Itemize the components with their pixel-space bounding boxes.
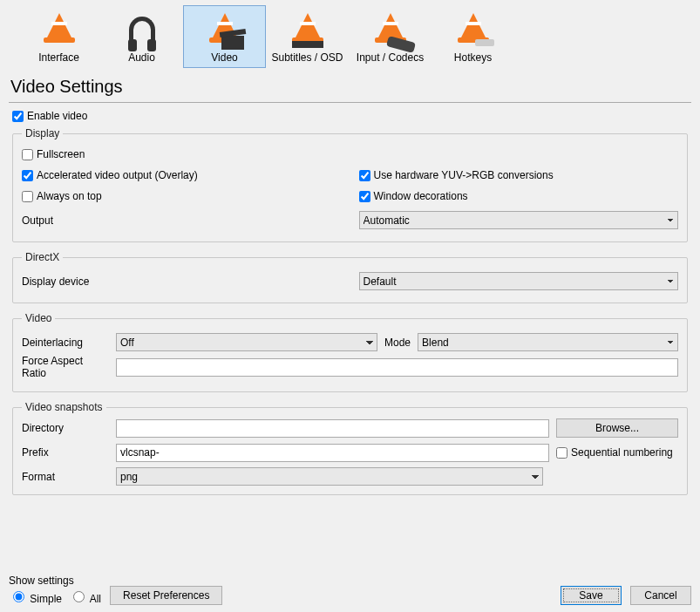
display-device-label: Display device <box>22 275 89 288</box>
all-label: All <box>90 593 101 605</box>
always-on-top-checkbox[interactable] <box>22 191 33 202</box>
enable-video-checkbox[interactable] <box>12 111 24 122</box>
force-aspect-ratio-input[interactable] <box>116 358 678 377</box>
toolbar-item-input-codecs[interactable]: Input / Codecs <box>349 5 432 68</box>
force-aspect-ratio-label: Force Aspect Ratio <box>22 355 109 379</box>
output-select[interactable]: Automatic <box>359 211 679 229</box>
show-settings-label: Show settings <box>9 575 101 587</box>
directory-input[interactable] <box>116 419 549 438</box>
simple-label: Simple <box>30 593 62 605</box>
browse-button[interactable]: Browse... <box>556 418 678 438</box>
cancel-button[interactable]: Cancel <box>630 586 691 605</box>
fullscreen-checkbox[interactable] <box>22 149 33 160</box>
window-decorations-label: Window decorations <box>374 190 468 202</box>
hw-yuv-label: Use hardware YUV->RGB conversions <box>374 169 554 181</box>
toolbar-item-subtitles[interactable]: Subtitles / OSD <box>266 5 349 68</box>
directx-legend: DirectX <box>22 251 63 263</box>
toolbar-item-video[interactable]: Video <box>183 5 266 68</box>
directory-label: Directory <box>22 422 109 434</box>
snapshots-group: Video snapshots Directory Browse... Pref… <box>12 401 688 495</box>
directx-group: DirectX Display device Default <box>12 251 688 303</box>
prefix-label: Prefix <box>22 446 109 459</box>
accelerated-label: Accelerated video output (Overlay) <box>37 169 198 181</box>
deinterlacing-label: Deinterlacing <box>22 337 109 349</box>
window-decorations-checkbox[interactable] <box>359 191 370 202</box>
enable-video-row: Enable video <box>12 110 688 122</box>
video-icon <box>204 11 246 48</box>
prefix-input[interactable] <box>116 444 549 462</box>
toolbar-label: Subtitles / OSD <box>270 51 344 64</box>
enable-video-label: Enable video <box>27 110 87 122</box>
deinterlacing-select[interactable]: Off <box>116 333 377 351</box>
toolbar-item-hotkeys[interactable]: Hotkeys <box>432 5 514 68</box>
display-legend: Display <box>22 127 63 139</box>
display-device-select[interactable]: Default <box>359 272 679 290</box>
toolbar-label: Input / Codecs <box>353 51 427 64</box>
all-radio[interactable] <box>73 591 85 602</box>
snapshots-legend: Video snapshots <box>22 401 106 413</box>
toolbar-label: Interface <box>22 51 96 64</box>
interface-icon <box>38 11 80 48</box>
sequential-numbering-label: Sequential numbering <box>571 446 673 459</box>
reset-preferences-button[interactable]: Reset Preferences <box>110 586 222 605</box>
simple-radio[interactable] <box>13 591 24 602</box>
toolbar-label: Video <box>187 51 262 64</box>
footer: Show settings Simple All Reset Preferenc… <box>9 575 691 605</box>
hw-yuv-checkbox[interactable] <box>359 170 370 181</box>
video-group: Video Deinterlacing Off Mode Blend Force… <box>12 312 688 392</box>
title-divider <box>9 102 691 103</box>
page-title: Video Settings <box>10 77 690 97</box>
subtitles-icon <box>287 11 329 48</box>
output-label: Output <box>22 214 53 227</box>
category-toolbar: Interface Audio Video Subtitles / OSD In… <box>0 0 700 68</box>
input-codecs-icon <box>370 11 411 48</box>
format-label: Format <box>22 471 109 483</box>
always-on-top-label: Always on top <box>37 190 102 202</box>
toolbar-item-audio[interactable]: Audio <box>100 5 183 68</box>
accelerated-checkbox[interactable] <box>22 170 33 181</box>
audio-icon <box>121 11 163 48</box>
toolbar-label: Audio <box>105 51 179 64</box>
sequential-numbering-checkbox[interactable] <box>556 447 567 459</box>
hotkeys-icon <box>452 11 494 48</box>
toolbar-label: Hotkeys <box>436 51 510 64</box>
mode-select[interactable]: Blend <box>418 333 678 351</box>
mode-label: Mode <box>384 337 411 349</box>
format-select[interactable]: png <box>116 467 543 486</box>
fullscreen-label: Fullscreen <box>37 148 85 160</box>
video-legend: Video <box>22 312 55 324</box>
toolbar-item-interface[interactable]: Interface <box>17 5 100 68</box>
display-group: Display Fullscreen Accelerated video out… <box>12 127 688 242</box>
save-button[interactable]: Save <box>561 586 622 605</box>
